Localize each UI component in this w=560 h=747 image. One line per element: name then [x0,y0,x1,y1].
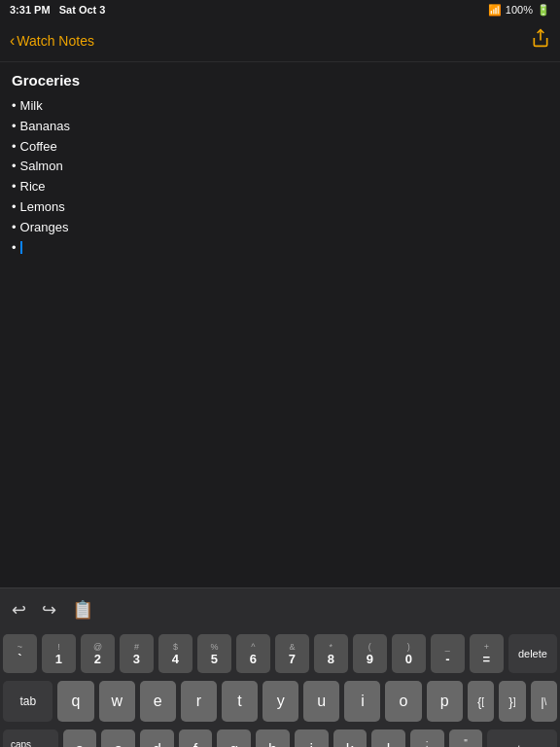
num-key-`[interactable]: ~` [3,634,37,673]
undo-button[interactable]: ↩ [12,599,26,621]
share-button[interactable] [531,28,550,53]
num-key-=[interactable]: += [470,634,504,673]
status-bar: 3:31 PM Sat Oct 3 📶 100% 🔋 [0,0,560,19]
status-time-date: 3:31 PM Sat Oct 3 [10,4,105,16]
battery-percentage: 100% [506,4,533,16]
num-key-1[interactable]: !1 [42,634,76,673]
status-indicators: 📶 100% 🔋 [488,4,550,17]
key-backslash[interactable]: |\ [531,681,557,722]
key-l[interactable]: l [371,729,405,747]
key-close-bracket[interactable]: }] [499,681,525,722]
num-key-4[interactable]: $4 [158,634,192,673]
letter-row-1: tab q w e r t y u i o p {[ }] |\ [3,681,557,722]
num-key-5[interactable]: %5 [197,634,231,673]
key-h[interactable]: h [256,729,290,747]
note-title: Groceries [12,72,548,89]
key-open-bracket[interactable]: {[ [468,681,494,722]
redo-button[interactable]: ↪ [42,599,56,621]
wifi-icon: 📶 [488,4,502,17]
cursor-line: • [12,238,548,259]
key-o[interactable]: o [385,681,421,722]
key-d[interactable]: d [140,729,174,747]
letter-row-2: caps lock a s d f g h j k l :; "' return [3,729,557,747]
num-key-0[interactable]: )0 [392,634,426,673]
note-list: •Milk•Bananas•Coffee•Salmon•Rice•Lemons•… [12,96,548,258]
key-q[interactable]: q [57,681,93,722]
num-key-8[interactable]: *8 [314,634,348,673]
list-item: •Milk [12,96,548,117]
return-key[interactable]: return [487,729,557,747]
key-y[interactable]: y [262,681,298,722]
num-key-2[interactable]: @2 [81,634,115,673]
key-k[interactable]: k [333,729,368,747]
status-time: 3:31 PM [10,4,51,16]
key-t[interactable]: t [222,681,258,722]
back-label: Watch Notes [17,33,94,49]
list-item: •Salmon [12,157,548,177]
num-key-7[interactable]: &7 [275,634,309,673]
key-semicolon[interactable]: :; [410,729,444,747]
delete-key[interactable]: delete [508,634,557,673]
keyboard-toolbar: ↩ ↪ 📋 [0,587,560,630]
note-content[interactable]: Groceries •Milk•Bananas•Coffee•Salmon•Ri… [0,62,560,587]
list-item: •Rice [12,177,548,197]
key-r[interactable]: r [181,681,217,722]
key-a[interactable]: a [63,729,97,747]
key-p[interactable]: p [427,681,463,722]
key-quote[interactable]: "' [449,729,483,747]
paste-button[interactable]: 📋 [72,599,93,621]
keyboard: ~`!1@2#3$4%5^6&7*8(9)0_-+=delete tab q w… [0,630,560,747]
list-item: •Lemons [12,197,548,218]
list-item: •Bananas [12,117,548,137]
key-e[interactable]: e [140,681,176,722]
status-date: Sat Oct 3 [59,4,106,16]
back-button[interactable]: ‹ Watch Notes [10,32,94,50]
num-key-3[interactable]: #3 [120,634,154,673]
battery-icon: 🔋 [537,4,550,17]
nav-bar: ‹ Watch Notes [0,19,560,62]
key-u[interactable]: u [303,681,339,722]
num-key-9[interactable]: (9 [353,634,387,673]
key-j[interactable]: j [295,729,329,747]
tab-key[interactable]: tab [3,681,53,722]
key-i[interactable]: i [344,681,380,722]
list-item: •Coffee [12,137,548,158]
chevron-left-icon: ‹ [10,32,15,50]
key-s[interactable]: s [101,729,135,747]
num-key--[interactable]: _- [431,634,465,673]
list-item: •Oranges [12,218,548,238]
number-row: ~`!1@2#3$4%5^6&7*8(9)0_-+=delete [3,634,557,673]
key-w[interactable]: w [99,681,135,722]
caps-lock-key[interactable]: caps lock [3,729,58,747]
num-key-6[interactable]: ^6 [236,634,270,673]
key-f[interactable]: f [179,729,213,747]
key-g[interactable]: g [217,729,251,747]
